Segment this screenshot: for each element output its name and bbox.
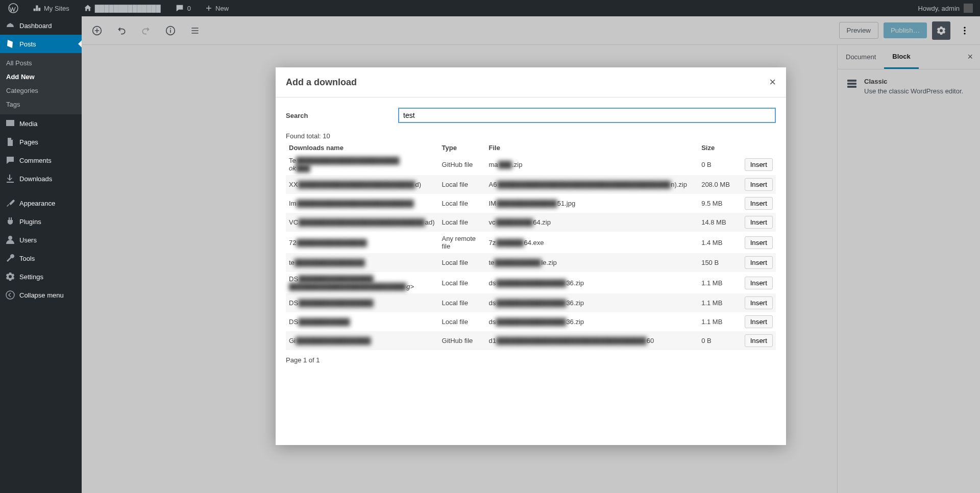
insert-button[interactable]: Insert [745,178,773,191]
sidebar-item-comments[interactable]: Comments [0,151,82,169]
cell-size: 208.0 MB [698,175,740,194]
cell-size: 14.8 MB [698,213,740,232]
sidebar-item-pages[interactable]: Pages [0,133,82,151]
sidebar-label: Posts [19,40,36,48]
th-type: Type [439,142,486,154]
cell-name: DS███████████ [286,312,439,331]
sidebar-item-downloads[interactable]: Downloads [0,169,82,188]
sidebar-collapse[interactable]: Collapse menu [0,286,82,304]
cell-size: 150 B [698,253,740,272]
insert-button[interactable]: Insert [745,334,773,347]
search-input[interactable] [398,108,776,123]
sidebar-item-appearance[interactable]: Appearance [0,194,82,212]
cell-name: te███████████████ [286,253,439,272]
cell-type: Local file [439,175,486,194]
sidebar-item-media[interactable]: Media [0,114,82,133]
cell-file: A6█████████████████████████████████████n… [485,175,698,194]
sub-tags[interactable]: Tags [0,97,82,111]
my-sites-link[interactable]: My Sites [29,0,74,16]
th-file: File [485,142,698,154]
sidebar-item-plugins[interactable]: Plugins [0,212,82,231]
howdy: Howdy, admin [918,5,960,12]
cell-size: 1.1 MB [698,293,740,312]
insert-button[interactable]: Insert [745,236,773,249]
cell-size: 1.1 MB [698,312,740,331]
cell-type: Local file [439,213,486,232]
svg-point-1 [6,291,14,299]
table-row: Te██████████████████████ok███GitHub file… [286,154,776,175]
sidebar-label: Appearance [19,200,55,207]
sidebar-label: Media [19,120,37,128]
admin-sidebar: Dashboard Posts All Posts Add New Catego… [0,16,82,493]
table-row: Gi████████████████GitHub filed1█████████… [286,331,776,350]
table-row: DS██████████████████████████████████████… [286,272,776,293]
results-table: Downloads name Type File Size Te████████… [286,142,776,350]
search-label: Search [286,112,388,119]
cell-size: 0 B [698,154,740,175]
sub-add-new[interactable]: Add New [0,70,82,84]
cell-name: Te██████████████████████ok███ [286,154,439,175]
insert-button[interactable]: Insert [745,277,773,289]
cell-file: te██████████le.zip [485,253,698,272]
sidebar-item-users[interactable]: Users [0,231,82,249]
cell-type: Local file [439,253,486,272]
site-name: ██████████████ [95,5,161,12]
adminbar: My Sites ██████████████ 0 New Howdy, adm… [0,0,980,16]
sidebar-item-posts[interactable]: Posts [0,35,82,53]
insert-button[interactable]: Insert [745,315,773,328]
cell-file: ma███.zip [485,154,698,175]
sidebar-label: Dashboard [19,22,52,30]
table-row: VC███████████████████████████ad)Local fi… [286,213,776,232]
sidebar-label: Downloads [19,175,52,183]
insert-button[interactable]: Insert [745,297,773,309]
cell-type: GitHub file [439,154,486,175]
cell-type: Local file [439,272,486,293]
table-row: Im█████████████████████████Local fileIM█… [286,194,776,213]
cell-name: VC███████████████████████████ad) [286,213,439,232]
comments-link[interactable]: 0 [171,0,195,16]
sidebar-label: Settings [19,273,43,281]
modal-title: Add a download [286,77,357,88]
pagination: Page 1 of 1 [286,356,776,364]
cell-type: Local file [439,293,486,312]
cell-name: XX█████████████████████████d) [286,175,439,194]
cell-name: DS██████████████████████████████████████… [286,272,439,293]
comment-count: 0 [187,5,191,12]
insert-button[interactable]: Insert [745,256,773,269]
table-row: DS███████████Local fileds███████████████… [286,312,776,331]
cell-type: Any remote file [439,232,486,253]
sidebar-label: Pages [19,138,38,146]
insert-button[interactable]: Insert [745,216,773,229]
cell-name: Im█████████████████████████ [286,194,439,213]
sidebar-item-tools[interactable]: Tools [0,249,82,267]
insert-button[interactable]: Insert [745,158,773,171]
site-home-link[interactable]: ██████████████ [80,0,165,16]
sidebar-item-settings[interactable]: Settings [0,267,82,286]
sidebar-label: Collapse menu [19,291,64,299]
sub-categories[interactable]: Categories [0,84,82,97]
table-row: 72███████████████Any remote file7z██████… [286,232,776,253]
sidebar-label: Plugins [19,218,41,226]
cell-file: ds███████████████36.zip [485,312,698,331]
cell-file: vc████████64.zip [485,213,698,232]
cell-file: ds███████████████36.zip [485,293,698,312]
cell-name: DS████████████████ [286,293,439,312]
close-icon[interactable]: × [769,76,776,89]
found-total: Found total: 10 [286,132,776,140]
cell-size: 1.1 MB [698,272,740,293]
sidebar-label: Users [19,236,37,244]
table-row: te███████████████Local filete██████████l… [286,253,776,272]
new-link[interactable]: New [201,0,233,16]
sidebar-label: Comments [19,157,52,164]
new-label: New [215,5,229,12]
cell-size: 1.4 MB [698,232,740,253]
table-row: DS████████████████Local fileds██████████… [286,293,776,312]
cell-file: ds███████████████36.zip [485,272,698,293]
sidebar-item-dashboard[interactable]: Dashboard [0,16,82,35]
account-link[interactable]: Howdy, admin [915,4,976,13]
insert-button[interactable]: Insert [745,197,773,210]
cell-size: 9.5 MB [698,194,740,213]
wp-logo[interactable] [4,0,22,16]
cell-file: 7z██████64.exe [485,232,698,253]
sub-all-posts[interactable]: All Posts [0,56,82,70]
